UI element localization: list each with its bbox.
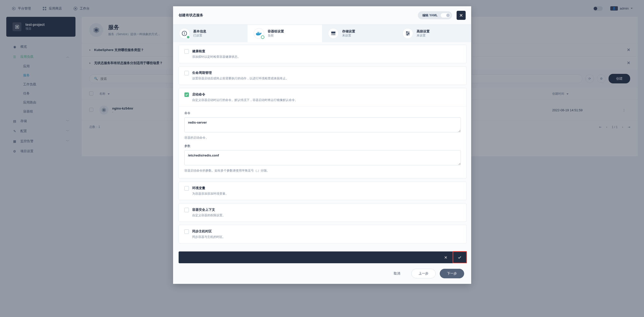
modal-header: 创建有状态服务 编辑 YAML — [173, 6, 471, 25]
svg-rect-19 — [331, 34, 336, 35]
check-icon — [458, 255, 462, 259]
step-3-sub: 未设置 — [342, 34, 355, 37]
env-title: 环境变量 — [192, 186, 461, 190]
svg-rect-18 — [331, 32, 336, 33]
card-lifecycle[interactable]: 生命周期管理 设置容器启动后或终止前需要执行的动作，以进行环境检查或体面终止。 — [179, 66, 467, 85]
step-3-title: 存储设置 — [342, 29, 355, 34]
confirm-bar — [179, 251, 467, 263]
modal-footer: 取消 上一步 下一步 — [173, 263, 471, 284]
checkbox[interactable] — [184, 229, 189, 234]
card-security-context[interactable]: 容器安全上下文 自定义容器的权限设置。 — [179, 203, 467, 222]
yaml-label: 编辑 YAML — [422, 13, 437, 18]
modal-body[interactable]: 健康检查 添加探针以定时检查容器健康状态。 生命周期管理 设置容器启动后或终止前… — [173, 42, 471, 249]
step-2-sub: 当前 — [268, 34, 284, 37]
close-icon — [459, 13, 463, 17]
svg-rect-12 — [184, 33, 185, 35]
checkbox[interactable] — [184, 49, 189, 54]
svg-point-22 — [408, 33, 409, 34]
prev-button[interactable]: 上一步 — [411, 269, 436, 278]
storage-icon — [328, 28, 339, 39]
tz-desc: 同步容器与主机的时区。 — [192, 235, 461, 239]
check-icon — [185, 93, 188, 96]
health-title: 健康检查 — [192, 49, 461, 54]
close-button[interactable] — [457, 11, 466, 20]
sec-title: 容器安全上下文 — [192, 207, 461, 212]
command-help: 容器的启动命令。 — [184, 136, 461, 140]
confirm-cancel-button[interactable] — [439, 251, 453, 263]
args-label: 参数 — [184, 144, 461, 148]
svg-point-21 — [407, 32, 408, 33]
confirm-ok-button[interactable] — [453, 251, 467, 263]
yaml-toggle[interactable]: 编辑 YAML — [418, 11, 452, 19]
toggle-switch[interactable] — [441, 13, 450, 18]
info-icon — [179, 28, 190, 39]
modal: 创建有状态服务 编辑 YAML 基本信息 已设置 — [173, 6, 471, 284]
next-button[interactable]: 下一步 — [440, 269, 464, 278]
svg-rect-16 — [257, 32, 258, 33]
card-env-vars[interactable]: 环境变量 为容器添加添加环境变量。 — [179, 182, 467, 200]
lifecycle-desc: 设置容器启动后或终止前需要执行的动作，以进行环境检查或体面终止。 — [192, 76, 461, 81]
cancel-button[interactable]: 取消 — [387, 269, 407, 278]
checkbox[interactable] — [184, 208, 189, 212]
tz-title: 同步主机时区 — [192, 229, 461, 234]
checkbox-checked[interactable] — [184, 92, 189, 97]
args-help: 容器启动命令的参数。如有多个参数请使用半角逗号（,）分隔。 — [184, 169, 461, 173]
modal-title: 创建有状态服务 — [179, 13, 203, 18]
step-basic-info[interactable]: 基本信息 已设置 — [173, 25, 248, 42]
modal-overlay: 创建有状态服务 编辑 YAML 基本信息 已设置 — [0, 0, 644, 317]
args-input[interactable] — [184, 150, 461, 165]
sliders-icon — [403, 28, 413, 39]
step-4-title: 高级设置 — [417, 29, 430, 34]
step-1-sub: 已设置 — [193, 34, 206, 37]
env-desc: 为容器添加添加环境变量。 — [192, 192, 461, 196]
docker-icon — [254, 28, 264, 39]
checkbox[interactable] — [184, 186, 189, 191]
step-2-title: 容器组设置 — [268, 29, 284, 34]
close-icon — [444, 256, 448, 259]
start-title: 启动命令 — [192, 92, 461, 97]
card-start-command: 启动命令 自定义容器启动时运行的命令。默认情况下，容器启动时将运行镜像默认命令。… — [179, 88, 467, 179]
svg-point-23 — [407, 34, 408, 35]
step-advanced-settings[interactable]: 高级设置 未设置 — [396, 25, 471, 42]
command-label: 命令 — [184, 111, 461, 115]
step-4-sub: 未设置 — [417, 34, 430, 37]
step-storage-settings[interactable]: 存储设置 未设置 — [322, 25, 396, 42]
svg-point-11 — [184, 32, 185, 33]
card-sync-timezone[interactable]: 同步主机时区 同步容器与主机的时区。 — [179, 225, 467, 243]
step-1-title: 基本信息 — [193, 29, 206, 34]
card-health-check[interactable]: 健康检查 添加探针以定时检查容器健康状态。 — [179, 45, 467, 63]
health-desc: 添加探针以定时检查容器健康状态。 — [192, 55, 461, 59]
svg-rect-17 — [258, 32, 259, 33]
lifecycle-title: 生命周期管理 — [192, 71, 461, 75]
sec-desc: 自定义容器的权限设置。 — [192, 213, 461, 218]
checkbox[interactable] — [184, 71, 189, 75]
command-input[interactable] — [184, 117, 461, 132]
step-tabs: 基本信息 已设置 容器组设置 当前 存储设置 — [173, 25, 471, 42]
start-desc: 自定义容器启动时运行的命令。默认情况下，容器启动时将运行镜像默认命令。 — [192, 98, 461, 102]
step-container-settings[interactable]: 容器组设置 当前 — [248, 25, 322, 42]
svg-point-20 — [332, 35, 333, 35]
